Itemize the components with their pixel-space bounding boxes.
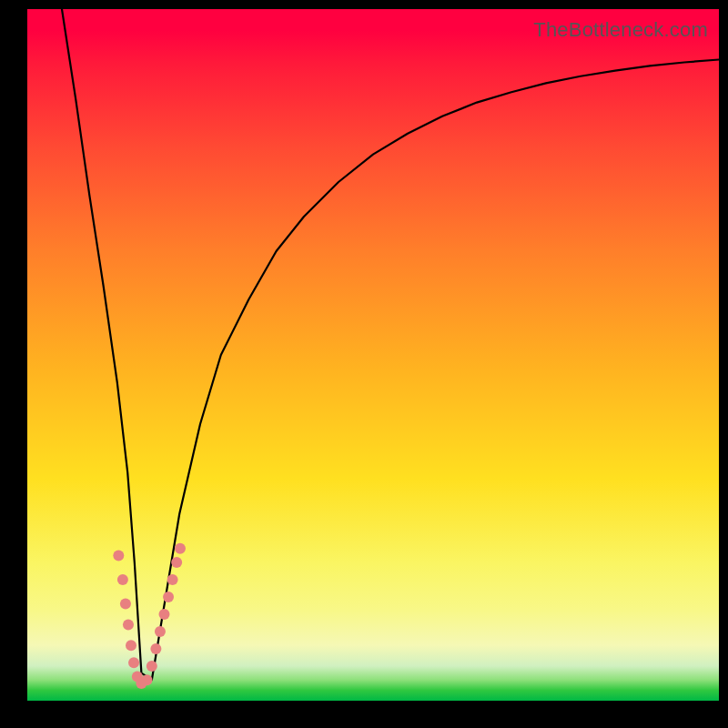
bottleneck-curve-path: [62, 9, 719, 680]
scatter-dot: [113, 550, 124, 561]
chart-container: TheBottleneck.com: [0, 0, 728, 728]
scatter-dot: [158, 609, 169, 620]
scatter-dot: [155, 626, 166, 637]
scatter-dot: [128, 657, 139, 668]
scatter-dot: [163, 592, 174, 602]
curve-svg-layer: [27, 9, 719, 701]
scatter-dot: [175, 543, 186, 554]
scatter-dot: [167, 574, 178, 585]
scatter-dot: [126, 640, 136, 651]
scatter-dot: [147, 661, 157, 672]
plot-area: TheBottleneck.com: [27, 9, 719, 701]
watermark-text: TheBottleneck.com: [533, 18, 708, 42]
bottleneck-curve: [62, 9, 719, 680]
scatter-dot: [150, 643, 161, 654]
scatter-dots: [113, 543, 186, 689]
scatter-dot: [171, 557, 182, 568]
scatter-dot: [141, 674, 152, 685]
scatter-dot: [117, 574, 128, 585]
scatter-dot: [123, 619, 134, 630]
scatter-dot: [120, 599, 131, 610]
